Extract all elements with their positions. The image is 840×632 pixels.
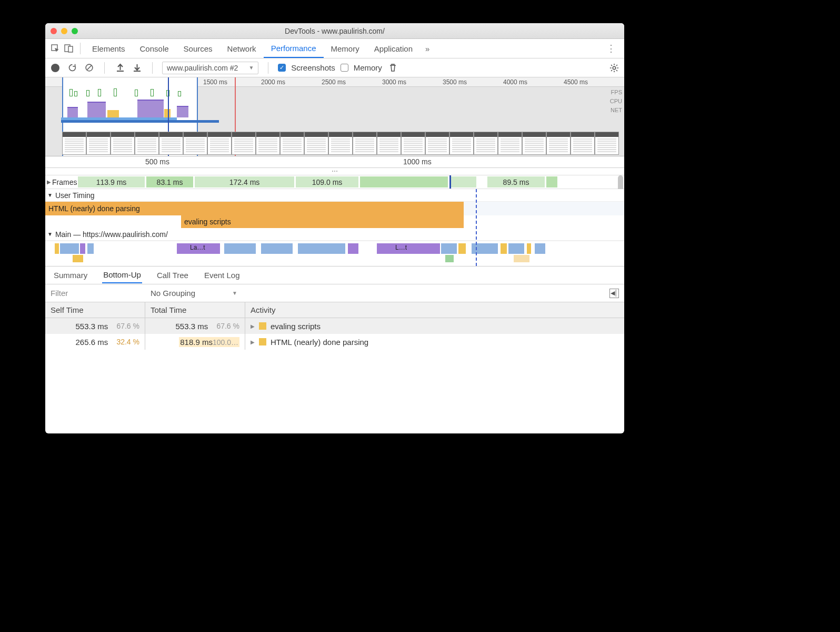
expand-icon: ▶ (47, 179, 51, 185)
tab-memory[interactable]: Memory (324, 39, 367, 58)
memory-checkbox[interactable] (341, 64, 348, 72)
table-header: Self Time Total Time Activity (45, 302, 624, 318)
clear-button[interactable] (83, 62, 95, 74)
overview-timeline[interactable]: 500 ms 1000 ms 1500 ms 2000 ms 2500 ms 3… (45, 77, 624, 156)
col-self-time[interactable]: Self Time (45, 302, 145, 318)
separator (80, 43, 81, 54)
device-toggle-icon[interactable] (62, 42, 76, 55)
frame-block[interactable]: 89.5 ms (487, 176, 545, 187)
memory-label: Memory (354, 63, 382, 72)
frame-block[interactable] (360, 176, 448, 187)
frame-block[interactable]: 172.4 ms (195, 176, 295, 187)
net-label: NET (610, 106, 622, 115)
user-timing-bar[interactable]: HTML (nearly) done parsing (45, 202, 464, 215)
table-row[interactable]: 553.3 ms 67.6 % 553.3 ms 67.6 % ▶evaling… (45, 318, 624, 334)
svg-line-4 (87, 65, 92, 70)
tab-elements[interactable]: Elements (85, 39, 133, 58)
ruler-tick: 500 ms (145, 157, 169, 166)
screenshot-filmstrip[interactable] (45, 131, 624, 156)
user-timing-header[interactable]: ▼User Timing (45, 189, 624, 202)
flame-chart-area[interactable]: ▼User Timing HTML (nearly) done parsing … (45, 189, 624, 266)
main-flame-chart[interactable]: La…t L…t (45, 241, 624, 266)
screenshots-checkbox[interactable]: ✓ (278, 64, 286, 72)
heaviest-stack-toggle-icon[interactable]: ◀│ (609, 289, 619, 298)
tab-performance[interactable]: Performance (264, 39, 324, 58)
tab-call-tree[interactable]: Call Tree (156, 268, 189, 283)
reload-button[interactable] (66, 62, 78, 74)
frame-block[interactable] (451, 176, 477, 187)
main-track-label: Main — https://www.paulirish.com/ (55, 230, 168, 239)
tab-event-log[interactable]: Event Log (203, 268, 241, 283)
tab-application[interactable]: Application (367, 39, 420, 58)
table-body[interactable]: 553.3 ms 67.6 % 553.3 ms 67.6 % ▶evaling… (45, 318, 624, 433)
cpu-label: CPU (610, 97, 622, 106)
grouping-value: No Grouping (151, 289, 195, 298)
user-timing-label: User Timing (55, 191, 95, 200)
expand-icon[interactable]: ▶ (251, 339, 255, 345)
performance-toolbar: www.paulirish.com #2 ▼ ✓ Screenshots Mem… (45, 58, 624, 77)
grouping-select[interactable]: No Grouping ▼ (151, 289, 237, 298)
tab-sources[interactable]: Sources (176, 39, 220, 58)
recording-select[interactable]: www.paulirish.com #2 ▼ (162, 62, 258, 74)
ruler-tick: 1000 ms (403, 157, 432, 166)
col-activity[interactable]: Activity (245, 302, 624, 318)
caret-down-icon: ▼ (232, 290, 237, 296)
table-row[interactable]: 265.6 ms 32.4 % 818.9 ms100.0… ▶HTML (ne… (45, 334, 624, 350)
record-button[interactable] (49, 62, 61, 74)
main-track-header[interactable]: ▼Main — https://www.paulirish.com/ (45, 228, 624, 241)
overview-lane-labels: FPS CPU NET (610, 88, 622, 115)
separator (104, 62, 105, 74)
frame-block[interactable]: 109.0 ms (296, 176, 359, 187)
ruler-tick: 1500 ms (203, 78, 227, 86)
devtools-window: DevTools - www.paulirish.com/ Elements C… (45, 23, 624, 433)
save-profile-icon[interactable] (131, 62, 143, 74)
user-timing-bar[interactable]: evaling scripts (181, 215, 464, 228)
separator (268, 62, 268, 74)
capture-settings-icon[interactable] (608, 62, 620, 74)
inspect-icon[interactable] (48, 42, 62, 55)
panel-tabs: Elements Console Sources Network Perform… (45, 39, 624, 58)
detail-ruler[interactable]: 500 ms 1000 ms (45, 156, 624, 168)
tab-console[interactable]: Console (133, 39, 176, 58)
flame-label: La…t (190, 244, 205, 251)
recording-select-value: www.paulirish.com #2 (167, 64, 238, 72)
caret-down-icon: ▼ (248, 65, 254, 71)
load-profile-icon[interactable] (114, 62, 126, 74)
frames-track-header[interactable]: ▶Frames (45, 178, 78, 186)
tab-network[interactable]: Network (220, 39, 264, 58)
ruler-tick: 2000 ms (261, 78, 285, 86)
collapse-icon: ▼ (47, 192, 53, 198)
fps-label: FPS (610, 88, 622, 97)
tab-bottom-up[interactable]: Bottom-Up (102, 267, 142, 283)
collapse-icon: ▼ (47, 231, 53, 237)
activity-color-icon (259, 338, 266, 345)
details-tabs: Summary Bottom-Up Call Tree Event Log (45, 266, 624, 284)
flame-label: L…t (395, 244, 407, 251)
expand-icon[interactable]: ▶ (251, 323, 255, 329)
screenshots-label: Screenshots (291, 63, 335, 72)
svg-point-7 (613, 66, 615, 69)
frame-block[interactable]: 113.9 ms (78, 176, 145, 187)
ruler-tick: 2500 ms (322, 78, 346, 86)
net-lane (61, 117, 235, 123)
col-total-time[interactable]: Total Time (145, 302, 245, 318)
ruler-tick: 3500 ms (443, 78, 467, 86)
ruler-tick: 4500 ms (564, 78, 588, 86)
activity-name: evaling scripts (271, 322, 321, 331)
frames-label: Frames (52, 178, 77, 186)
activity-color-icon (259, 322, 266, 330)
frame-block[interactable]: 83.1 ms (146, 176, 194, 187)
ruler-tick: 4000 ms (503, 78, 527, 86)
titlebar: DevTools - www.paulirish.com/ (45, 23, 624, 39)
main-menu-icon[interactable]: ⋮ (601, 43, 621, 54)
garbage-collect-icon[interactable] (387, 62, 399, 74)
frames-track[interactable]: ▶Frames 113.9 ms 83.1 ms 172.4 ms 109.0 … (45, 175, 624, 189)
tabs-overflow-icon[interactable]: » (420, 44, 435, 53)
frame-block[interactable] (546, 176, 558, 187)
svg-rect-2 (68, 46, 73, 52)
filter-input[interactable]: Filter (51, 289, 140, 298)
collapsed-lanes-icon[interactable]: ⋯ (45, 168, 624, 175)
frame-cursor (449, 175, 451, 189)
tab-summary[interactable]: Summary (53, 268, 88, 283)
window-title: DevTools - www.paulirish.com/ (45, 27, 624, 35)
